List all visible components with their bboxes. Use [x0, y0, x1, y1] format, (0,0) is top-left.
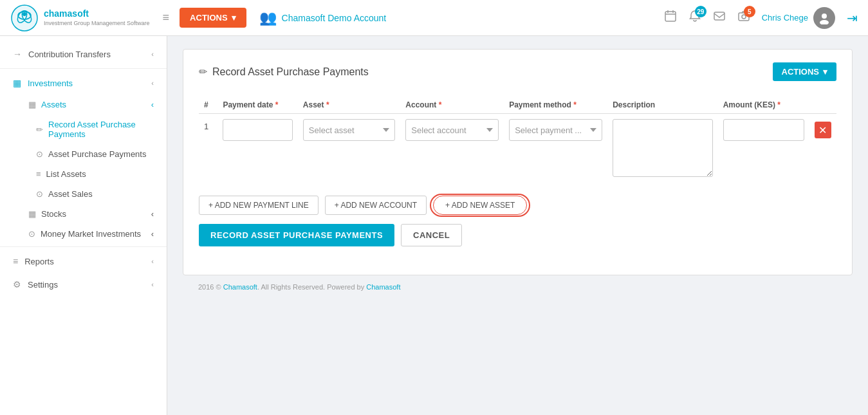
payment-date-input[interactable]	[223, 119, 292, 141]
sidebar-label-investments: Investments	[28, 78, 73, 88]
page-card: ✏ Record Asset Purchase Payments ACTIONS…	[183, 49, 853, 275]
table-row: 1 Select asset Select account	[199, 114, 836, 185]
account-select[interactable]: Select account	[405, 119, 499, 141]
sidebar-item-reports[interactable]: ≡ Reports ‹	[0, 250, 167, 273]
page-actions-button[interactable]: ACTIONS ▾	[773, 62, 837, 81]
money-market-icon: ⊙	[28, 229, 35, 239]
footer-company-link[interactable]: Chamasoft	[223, 283, 257, 291]
amount-input[interactable]	[723, 119, 804, 141]
notification-badge: 29	[695, 6, 706, 17]
sidebar-item-contribution-transfers[interactable]: → Contribution Transfers ‹	[0, 42, 167, 66]
col-header-delete	[809, 97, 836, 114]
chevron-icon: ‹	[151, 79, 154, 87]
footer: 2016 © Chamasoft. All Rights Reserved. P…	[183, 275, 853, 299]
cancel-button[interactable]: CANCEL	[401, 224, 462, 246]
sidebar-item-asset-purchase-payments[interactable]: ⊙ Asset Purchase Payments	[36, 144, 167, 164]
add-asset-button[interactable]: + ADD NEW ASSET	[433, 196, 527, 215]
reports-icon: ≡	[13, 256, 18, 266]
mail-icon[interactable]	[713, 10, 726, 26]
sidebar-label-asset-purchase-payments: Asset Purchase Payments	[48, 149, 146, 159]
sidebar-label-stocks: Stocks	[41, 209, 66, 219]
delete-row-button[interactable]: ✕	[815, 122, 831, 138]
photo-icon[interactable]: 5	[737, 10, 750, 26]
top-actions-button[interactable]: ACTIONS ▾	[180, 8, 246, 28]
sidebar-item-assets[interactable]: ▦ Assets ‹	[23, 95, 167, 115]
col-header-date: Payment date *	[217, 97, 297, 114]
cell-payment-method: Select payment ...	[504, 114, 607, 185]
record-label: RECORD ASSET PURCHASE PAYMENTS	[210, 230, 383, 240]
add-account-label: + ADD NEW ACCOUNT	[335, 201, 417, 210]
actions-dropdown-icon: ▾	[823, 67, 827, 77]
cell-delete: ✕	[809, 114, 836, 185]
sidebar-label-assets: Assets	[41, 100, 66, 109]
asset-payments-icon: ⊙	[36, 149, 43, 159]
top-navigation: chamasoft Investment Group Management So…	[0, 0, 868, 36]
chevron-icon: ‹	[151, 281, 154, 288]
footer-powered-link[interactable]: Chamasoft	[366, 283, 400, 291]
footer-year: 2016	[198, 283, 214, 291]
sidebar-item-list-assets[interactable]: ≡ List Assets	[36, 164, 167, 184]
chevron-icon: ‹	[151, 100, 154, 109]
brand-tagline: Investment Group Management Software	[44, 20, 150, 26]
add-payment-line-label: + ADD NEW PAYMENT LINE	[208, 201, 309, 210]
asset-sales-icon: ⊙	[36, 189, 43, 199]
sidebar-label-money-market: Money Market Investments	[41, 229, 141, 239]
add-asset-label: + ADD NEW ASSET	[445, 201, 515, 210]
add-payment-line-button[interactable]: + ADD NEW PAYMENT LINE	[199, 196, 319, 215]
user-menu[interactable]: Chris Chege	[762, 7, 835, 29]
svg-rect-9	[714, 12, 725, 20]
svg-point-13	[820, 20, 829, 24]
arrow-right-icon: →	[13, 49, 22, 59]
chevron-icon: ‹	[151, 209, 154, 219]
record-button[interactable]: RECORD ASSET PURCHASE PAYMENTS	[199, 224, 394, 246]
pencil-icon: ✏	[36, 125, 43, 134]
svg-point-12	[822, 14, 827, 19]
cell-description	[607, 114, 718, 185]
sidebar-item-record-asset-purchase-payments[interactable]: ✏ Record Asset Purchase Payments	[36, 115, 167, 144]
logout-icon[interactable]: ⇥	[847, 10, 858, 26]
layout: → Contribution Transfers ‹ ▦ Investments…	[0, 36, 868, 415]
svg-point-0	[12, 5, 37, 31]
description-textarea[interactable]	[613, 119, 713, 177]
col-header-payment-method: Payment method *	[504, 97, 607, 114]
add-account-button[interactable]: + ADD NEW ACCOUNT	[325, 196, 427, 215]
col-header-asset: Asset *	[298, 97, 400, 114]
actions-label: ACTIONS	[782, 67, 820, 77]
sidebar-label-reports: Reports	[24, 257, 54, 266]
col-header-account: Account *	[400, 97, 504, 114]
chevron-icon: ‹	[151, 229, 154, 239]
chevron-icon: ‹	[151, 257, 154, 265]
cell-date	[217, 114, 297, 185]
page-header: ✏ Record Asset Purchase Payments ACTIONS…	[199, 62, 836, 81]
notification-bell-icon[interactable]: 29	[688, 10, 701, 26]
sidebar-item-money-market[interactable]: ⊙ Money Market Investments ‹	[23, 224, 167, 244]
payment-form-table: # Payment date * Asset * Account * Payme…	[199, 97, 836, 184]
sidebar-item-settings[interactable]: ⚙ Settings ‹	[0, 273, 167, 296]
cell-account: Select account	[400, 114, 504, 185]
sidebar-label-asset-sales: Asset Sales	[48, 189, 93, 199]
assets-icon: ▦	[28, 100, 36, 109]
sidebar-item-investments[interactable]: ▦ Investments ‹	[0, 71, 167, 95]
sidebar-label-settings: Settings	[28, 280, 58, 290]
sidebar-sub-investments: ▦ Assets ‹ ✏ Record Asset Purchase Payme…	[0, 95, 167, 244]
logo[interactable]: chamasoft Investment Group Management So…	[10, 4, 150, 32]
brand-name: chamasoft	[44, 8, 89, 19]
account-info: 👥 Chamasoft Demo Account	[259, 10, 387, 26]
svg-point-4	[23, 12, 26, 16]
list-icon: ≡	[36, 169, 41, 179]
user-name: Chris Chege	[762, 13, 808, 23]
calendar-icon[interactable]	[664, 10, 677, 26]
sidebar: → Contribution Transfers ‹ ▦ Investments…	[0, 36, 167, 415]
sidebar-item-asset-sales[interactable]: ⊙ Asset Sales	[36, 184, 167, 204]
asset-select[interactable]: Select asset	[303, 119, 395, 141]
payment-method-select[interactable]: Select payment ...	[509, 119, 602, 141]
add-buttons-row: + ADD NEW PAYMENT LINE + ADD NEW ACCOUNT…	[199, 196, 836, 215]
sidebar-item-stocks[interactable]: ▦ Stocks ‹	[23, 204, 167, 224]
hamburger-icon[interactable]: ≡	[163, 11, 170, 24]
sidebar-label-contribution-transfers: Contribution Transfers	[28, 50, 111, 59]
main-content: ✏ Record Asset Purchase Payments ACTIONS…	[167, 36, 868, 415]
settings-icon: ⚙	[13, 279, 21, 290]
stocks-icon: ▦	[28, 209, 36, 219]
col-header-description: Description	[607, 97, 718, 114]
account-name: Chamasoft Demo Account	[282, 13, 387, 23]
